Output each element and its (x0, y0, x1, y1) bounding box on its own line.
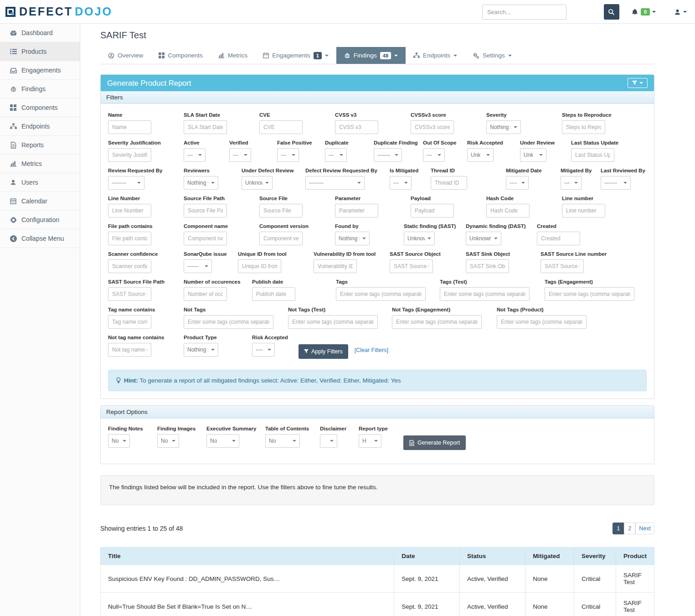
duplicate-filter-select[interactable]: --- (325, 148, 347, 162)
not-tags-filter-input[interactable] (184, 315, 273, 329)
found-by-filter-select[interactable]: Nothing s (335, 232, 370, 245)
review-requested-by-filter-select[interactable]: -------- (108, 176, 144, 190)
column-header-mitigated[interactable]: Mitigated (525, 548, 574, 565)
source-file-path-filter-input[interactable] (184, 204, 227, 217)
search-button[interactable] (604, 4, 619, 20)
tab-endpoints[interactable]: Endpoints (406, 47, 465, 64)
severity-filter-select[interactable]: Nothing s (486, 120, 521, 134)
notifications-menu[interactable]: 0 (631, 8, 656, 16)
source-file-filter-input[interactable] (259, 204, 303, 217)
risk-accepted-filter-select[interactable]: Unk (467, 148, 494, 162)
not-tags-product-filter-input[interactable] (497, 315, 587, 329)
file-path-contains-filter-input[interactable] (108, 232, 151, 245)
sidebar-item-components[interactable]: Components (0, 98, 80, 117)
page-1-button[interactable]: 1 (613, 523, 624, 534)
finding-notes-select[interactable]: No (108, 434, 130, 448)
hash-code-filter-input[interactable] (486, 204, 530, 217)
tags-test-filter-input[interactable] (440, 287, 530, 301)
sidebar-item-collapse-menu[interactable]: Collapse Menu (0, 229, 80, 248)
duplicate-finding-filter-select[interactable]: ------- (374, 148, 402, 162)
tags-filter-input[interactable] (336, 287, 426, 301)
vulnerability-id-from-tool-filter-input[interactable] (314, 259, 357, 273)
out-of-scope-filter-select[interactable]: --- (423, 148, 445, 162)
not-tag-name-contains-filter-input[interactable] (108, 343, 151, 357)
next-page-button[interactable]: Next (635, 523, 654, 534)
verified-filter-select[interactable]: --- (229, 148, 251, 162)
line-number-2-filter-input[interactable] (562, 204, 605, 217)
sidebar-item-users[interactable]: Users (0, 173, 80, 192)
steps-to-reproduce-filter-input[interactable] (562, 120, 605, 134)
tab-components[interactable]: Components (151, 47, 211, 64)
sidebar-item-findings[interactable]: Findings (0, 80, 80, 98)
last-reviewed-by-filter-select[interactable]: ------- (601, 176, 631, 190)
cvssv3-score-filter-input[interactable] (411, 120, 454, 134)
active-filter-select[interactable]: --- (184, 148, 206, 162)
column-header-status[interactable]: Status (460, 548, 525, 565)
mitigated-date-filter-select[interactable]: ---- (506, 176, 529, 190)
last-status-update-filter-input[interactable] (571, 148, 614, 162)
search-input[interactable] (482, 5, 566, 20)
page-2-button[interactable]: 2 (624, 523, 635, 534)
publish-date-filter-input[interactable] (252, 287, 295, 301)
payload-filter-input[interactable] (411, 204, 454, 217)
created-filter-input[interactable] (537, 232, 580, 245)
sla-start-date-filter-input[interactable] (184, 120, 227, 134)
column-header-product[interactable]: Product (616, 548, 654, 565)
risk-accepted-filter-select-2[interactable]: ---- (252, 343, 275, 357)
column-header-title[interactable]: Title (101, 548, 394, 565)
sonarqube-issue-filter-select[interactable]: ------ (184, 259, 212, 273)
generate-report-button[interactable]: Generate Report (403, 435, 466, 450)
sidebar-item-reports[interactable]: Reports (0, 136, 80, 155)
thread-id-filter-input[interactable] (431, 176, 467, 190)
sast-source-file-path-filter-input[interactable] (108, 287, 151, 301)
mitigated-by-filter-select[interactable]: --- (561, 176, 582, 190)
finding-title-link[interactable]: Suspicious ENV Key Found : DD_ADMIN_PASS… (101, 565, 394, 593)
report-type-select[interactable]: H (359, 434, 381, 448)
tab-overview[interactable]: Overview (100, 47, 151, 64)
severity-justification-filter-input[interactable] (108, 148, 151, 162)
name-filter-input[interactable] (108, 120, 151, 134)
executive-summary-select[interactable]: No (206, 434, 239, 448)
unique-id-from-tool-filter-input[interactable] (238, 259, 281, 273)
finding-images-select[interactable]: No (157, 434, 179, 448)
tab-settings[interactable]: Settings (465, 47, 520, 64)
sidebar-item-calendar[interactable]: Calendar (0, 192, 80, 211)
user-menu[interactable] (674, 9, 687, 16)
column-header-date[interactable]: Date (394, 548, 460, 565)
clear-filters-link[interactable]: [Clear Filters] (355, 347, 388, 359)
sidebar-item-metrics[interactable]: Metrics (0, 155, 80, 173)
table-of-contents-select[interactable]: No (265, 434, 300, 448)
defectdojo-logo[interactable]: DEFECTDOJO (0, 5, 113, 18)
dynamic-finding-dast-filter-select[interactable]: Unknown (466, 232, 501, 245)
under-review-filter-select[interactable]: Unk (520, 148, 546, 162)
cvss-v3-filter-input[interactable] (335, 120, 378, 134)
component-version-filter-input[interactable] (259, 232, 303, 245)
sidebar-item-products[interactable]: Products (0, 42, 80, 61)
false-positive-filter-select[interactable]: --- (277, 148, 299, 162)
scanner-confidence-filter-input[interactable] (108, 259, 151, 273)
tab-findings[interactable]: Findings 48 (336, 47, 406, 64)
product-type-filter-select[interactable]: Nothing s (184, 343, 218, 357)
sast-source-line-number-filter-input[interactable] (541, 259, 584, 273)
sidebar-item-engagements[interactable]: Engagements (0, 61, 80, 80)
disclaimer-select[interactable] (320, 434, 337, 448)
reviewers-filter-select[interactable]: Nothing s (184, 176, 218, 190)
apply-filters-button[interactable]: Apply Filters (299, 344, 348, 359)
tab-metrics[interactable]: Metrics (211, 47, 256, 64)
tag-name-contains-filter-input[interactable] (108, 315, 151, 329)
column-header-severity[interactable]: Severity (574, 548, 616, 565)
under-defect-review-filter-select[interactable]: Unknow (242, 176, 273, 190)
is-mitigated-filter-select[interactable]: --- (390, 176, 412, 190)
sidebar-item-endpoints[interactable]: Endpoints (0, 117, 80, 136)
not-tags-test-filter-input[interactable] (288, 315, 378, 329)
not-tags-engagement-filter-input[interactable] (392, 315, 482, 329)
sidebar-item-configuration[interactable]: Configuration (0, 211, 80, 229)
line-number-filter-input[interactable] (108, 204, 151, 217)
static-finding-sast-filter-select[interactable]: Unknow (404, 232, 435, 245)
parameter-filter-input[interactable] (335, 204, 378, 217)
sast-sink-object-filter-input[interactable] (466, 259, 509, 273)
number-of-occurences-filter-input[interactable] (184, 287, 227, 301)
sidebar-item-dashboard[interactable]: Dashboard (0, 24, 80, 42)
finding-title-link[interactable]: Null=True Should Be Set if Blank=True Is… (101, 593, 394, 616)
cve-filter-input[interactable] (259, 120, 303, 134)
